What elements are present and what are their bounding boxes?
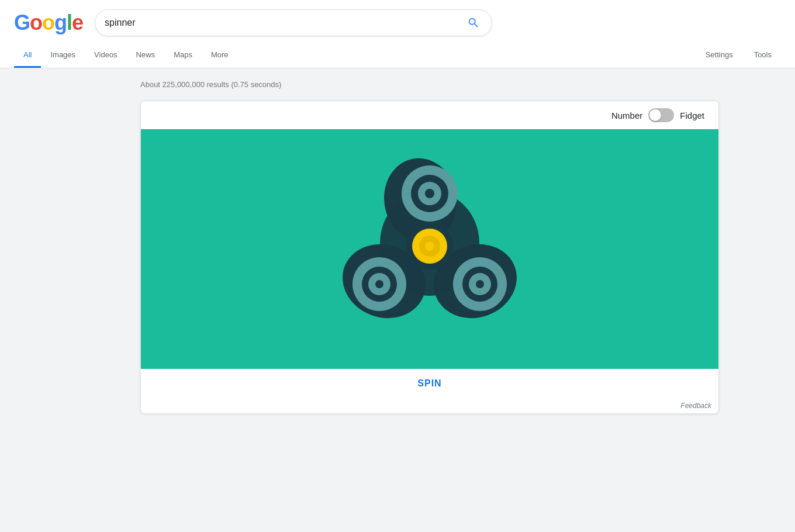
tab-tools[interactable]: Tools [745, 43, 781, 68]
feedback-row: Feedback [141, 398, 718, 413]
feedback-link[interactable]: Feedback [680, 402, 711, 410]
search-input[interactable]: spinner [105, 18, 465, 28]
spinner-display[interactable] [141, 129, 718, 369]
nav-tabs: All Images Videos News Maps More Setting… [14, 43, 781, 68]
tab-maps[interactable]: Maps [164, 43, 202, 68]
header: Google spinner All Images Videos News Ma… [0, 0, 795, 68]
tab-more[interactable]: More [202, 43, 238, 68]
spinner-card: Number Fidget [140, 101, 719, 414]
header-top: Google spinner [14, 9, 781, 36]
spinner-svg [324, 144, 535, 354]
search-button[interactable] [465, 14, 482, 32]
tab-images[interactable]: Images [41, 43, 85, 68]
results-info: About 225,000,000 results (0.75 seconds) [140, 80, 781, 89]
search-bar[interactable]: spinner [95, 9, 492, 36]
main-content: About 225,000,000 results (0.75 seconds)… [0, 68, 795, 426]
toggle-number-label: Number [611, 110, 642, 120]
tab-all[interactable]: All [14, 43, 41, 68]
tab-videos[interactable]: Videos [85, 43, 127, 68]
tab-settings[interactable]: Settings [696, 43, 742, 68]
svg-point-7 [425, 189, 434, 198]
toggle-fidget-label: Fidget [680, 110, 704, 120]
toggle-slider [648, 108, 674, 122]
spinner-toggle[interactable] [648, 108, 674, 122]
nav-right: Settings Tools [696, 43, 781, 68]
svg-point-15 [476, 280, 484, 288]
spinner-bottom: SPIN [141, 369, 718, 398]
spin-button[interactable]: SPIN [417, 378, 441, 389]
google-logo[interactable]: Google [14, 11, 83, 35]
search-icon [467, 16, 480, 29]
svg-point-19 [425, 241, 434, 251]
spinner-card-top: Number Fidget [141, 101, 718, 129]
tab-news[interactable]: News [127, 43, 165, 68]
svg-point-11 [375, 280, 383, 288]
